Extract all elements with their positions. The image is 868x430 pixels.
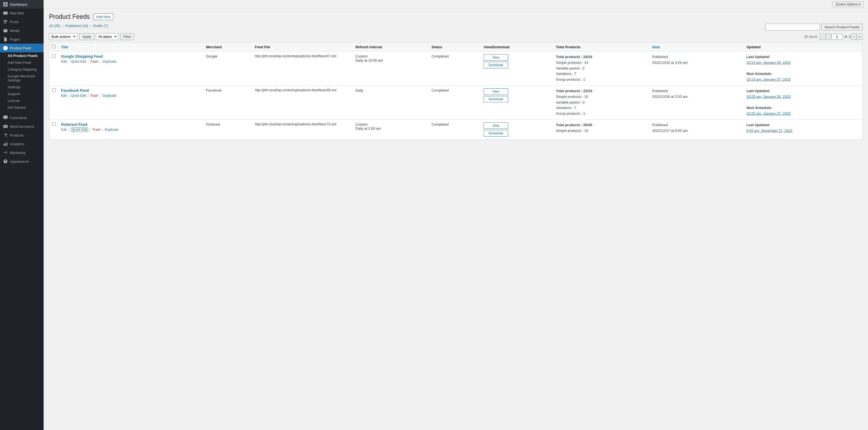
row-checkbox[interactable] xyxy=(52,54,56,58)
sidebar-sub-license[interactable]: License xyxy=(0,97,43,104)
pagination-last-button[interactable]: » xyxy=(857,34,863,39)
next-schedule-link[interactable]: 10:23 am, January 27, 2023 xyxy=(746,78,790,82)
sidebar-item-analytics[interactable]: Analytics xyxy=(0,140,43,148)
col-status: Status xyxy=(429,42,481,52)
content-area: Product Feeds Add New All (25) | Publish… xyxy=(43,9,868,430)
search-product-feeds-input[interactable] xyxy=(765,24,820,31)
col-date: Date xyxy=(650,42,744,52)
quick-edit-link[interactable]: Quick Edit xyxy=(71,127,88,132)
feed-title-link[interactable]: Pinterest Feed xyxy=(61,122,87,127)
row-date-cell: Published2022/12/27 at 8:55 am xyxy=(650,119,744,139)
row-refresh-interval-cell: Daily xyxy=(352,85,429,119)
row-title-cell: Facebook Feed Edit | Quick Edit | Trash … xyxy=(58,85,203,119)
table-body: Google Shopping Feed Edit | Quick Edit |… xyxy=(49,52,863,140)
table-row: Google Shopping Feed Edit | Quick Edit |… xyxy=(49,52,863,86)
col-total-products: Total Products xyxy=(553,42,650,52)
sidebar-item-comments[interactable]: Comments xyxy=(0,113,43,122)
svg-rect-13 xyxy=(4,144,4,146)
row-view-download-cell: View Download xyxy=(481,119,553,139)
sidebar-item-dashboard[interactable]: Dashboard xyxy=(0,0,43,9)
trash-link[interactable]: Trash xyxy=(90,60,98,63)
search-product-feeds-button[interactable]: Search Product Feeds xyxy=(822,24,863,31)
row-checkbox[interactable] xyxy=(52,122,56,126)
row-refresh-interval-cell: CustomDaily at 10:00 am xyxy=(352,52,429,86)
sidebar-item-products[interactable]: Products xyxy=(0,131,43,140)
apply-button[interactable]: Apply xyxy=(79,33,94,40)
view-button[interactable]: View xyxy=(484,54,508,61)
filter-all-link[interactable]: All (25) xyxy=(49,24,60,28)
sidebar-item-appearance[interactable]: Appearance xyxy=(0,157,43,166)
sidebar-item-pages[interactable]: Pages xyxy=(0,35,43,43)
row-actions: Edit | Quick Edit | Trash | Duplicate xyxy=(61,94,200,97)
sidebar-label-mail-mint: Mail Mint xyxy=(10,11,24,15)
last-updated-link[interactable]: 8:55 am, December 27, 2022 xyxy=(746,129,792,133)
last-updated-link[interactable]: 10:25 am, January 26, 2023 xyxy=(746,95,790,99)
svg-rect-8 xyxy=(3,125,8,128)
edit-link[interactable]: Edit xyxy=(61,128,67,132)
sidebar-item-posts[interactable]: Posts xyxy=(0,18,43,26)
col-feed-file: Feed File xyxy=(252,42,353,52)
row-merchant-cell: Facebook xyxy=(203,85,252,119)
add-new-button[interactable]: Add New xyxy=(93,13,114,20)
pagination-page-input[interactable] xyxy=(832,34,842,39)
date-filter-select[interactable]: All dates xyxy=(96,33,119,40)
row-view-download-cell: View Download xyxy=(481,85,553,119)
sidebar-sub-get-started[interactable]: Get Started xyxy=(0,104,43,111)
pagination-total: 2 xyxy=(849,35,850,39)
sidebar-item-media[interactable]: Media xyxy=(0,26,43,35)
sidebar-sub-settings[interactable]: Settings xyxy=(0,84,43,90)
view-button[interactable]: View xyxy=(484,122,508,129)
topbar: Screen Options ▾ xyxy=(43,0,868,9)
feed-title-link[interactable]: Google Shopping Feed xyxy=(61,54,103,59)
select-all-checkbox[interactable] xyxy=(52,45,56,48)
pagination-nav: « ‹ of 2 › » xyxy=(820,34,863,39)
pagination-next-button[interactable]: › xyxy=(851,34,856,39)
row-checkbox[interactable] xyxy=(52,88,56,92)
trash-link[interactable]: Trash xyxy=(92,128,100,132)
sidebar-sub-add-new-feed[interactable]: Add New Feed xyxy=(0,59,43,66)
sidebar-label-media: Media xyxy=(10,29,19,33)
sidebar-item-product-feed[interactable]: Product Feed xyxy=(0,43,43,52)
view-button[interactable]: View xyxy=(484,88,508,95)
last-updated-link[interactable]: 10:23 am, January 26, 2023 xyxy=(746,61,790,65)
items-count: 25 items xyxy=(804,35,817,39)
col-updated: Updated xyxy=(744,42,863,52)
row-status-cell: Completed xyxy=(429,119,481,139)
sidebar-sub-support[interactable]: Support xyxy=(0,90,43,97)
row-feed-file-cell: http://pfm.local/wp-content/uploads/rex-… xyxy=(252,85,353,119)
sidebar-label-products: Products xyxy=(10,133,24,137)
download-button[interactable]: Download xyxy=(484,62,508,68)
pagination-first-button[interactable]: « xyxy=(820,34,826,39)
edit-link[interactable]: Edit xyxy=(61,60,67,63)
sidebar-sub-google-merchant-settings[interactable]: Google Merchant Settings xyxy=(0,73,43,84)
filter-button[interactable]: Filter xyxy=(120,33,134,40)
pagination-of: of xyxy=(843,35,848,39)
download-button[interactable]: Download xyxy=(484,130,508,136)
sidebar-sub-all-product-feeds[interactable]: All Product Feeds xyxy=(0,52,43,59)
bulk-actions-select[interactable]: Bulk actions xyxy=(49,33,78,40)
sidebar-item-mail-mint[interactable]: Mail Mint xyxy=(0,9,43,18)
sidebar-item-woocommerce[interactable]: WooCommerce xyxy=(0,122,43,131)
feed-title-link[interactable]: Facebook Feed xyxy=(61,88,89,93)
trash-link[interactable]: Trash xyxy=(90,94,98,97)
sidebar-sub-category-mapping[interactable]: Category Mapping xyxy=(0,66,43,73)
toolbar-row: Bulk actions Apply All dates Filter 25 i… xyxy=(49,33,863,40)
next-schedule-link[interactable]: 10:25 am, January 27, 2023 xyxy=(746,112,790,116)
filter-published-link[interactable]: Published (18) xyxy=(65,24,88,28)
row-updated-cell: Last Updated: 10:25 am, January 26, 2023… xyxy=(744,85,863,119)
quick-edit-link[interactable]: Quick Edit xyxy=(71,60,86,63)
edit-link[interactable]: Edit xyxy=(61,94,67,97)
sidebar-item-marketing[interactable]: Marketing xyxy=(0,148,43,157)
row-refresh-interval-cell: CustomDaily at 1:00 am xyxy=(352,119,429,139)
quick-edit-link[interactable]: Quick Edit xyxy=(71,94,86,97)
duplicate-link[interactable]: Duplicate xyxy=(103,94,116,97)
pagination-prev-button[interactable]: ‹ xyxy=(826,34,831,39)
filter-drafts-link[interactable]: Drafts (7) xyxy=(93,24,108,28)
duplicate-link[interactable]: Duplicate xyxy=(105,128,119,132)
row-status-cell: Completed xyxy=(429,52,481,86)
screen-options-button[interactable]: Screen Options ▾ xyxy=(832,2,864,7)
download-button[interactable]: Download xyxy=(484,96,508,102)
duplicate-link[interactable]: Duplicate xyxy=(103,60,116,63)
svg-rect-15 xyxy=(6,143,6,146)
row-total-products-cell: Total products : 24/24 Simple products :… xyxy=(553,52,650,86)
